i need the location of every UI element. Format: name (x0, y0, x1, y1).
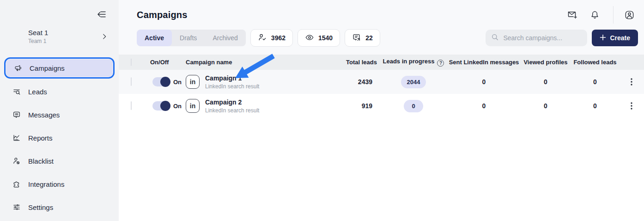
chart-icon (12, 134, 21, 142)
app-window: Seat 1 Team 1 Campaigns (0, 0, 644, 221)
sidebar-item-leads[interactable]: Leads (0, 81, 119, 102)
followed-leads-value: 0 (571, 102, 619, 110)
create-button[interactable]: Create (592, 30, 638, 46)
person-block-icon (12, 157, 21, 165)
viewed-profiles-value: 0 (520, 78, 571, 86)
stat-chip-messages[interactable]: 22 (345, 29, 380, 47)
campaign-name-link[interactable]: Campaign 2 (205, 98, 259, 106)
seat-subtitle: Team 1 (28, 38, 100, 44)
col-followed-leads: Followed leads (571, 59, 619, 66)
header-divider (613, 6, 614, 24)
campaign-type: LinkedIn search result (205, 107, 259, 114)
sent-messages-value: 0 (448, 102, 520, 110)
help-icon[interactable] (437, 60, 444, 67)
stat-value: 3962 (271, 34, 286, 42)
sidebar-nav: Campaigns Leads (0, 57, 119, 217)
col-campaign-name: Campaign name (180, 59, 328, 66)
page-title: Campaigns (137, 10, 188, 20)
seat-selector[interactable]: Seat 1 Team 1 (0, 29, 119, 44)
sidebar-item-label: Blacklist (28, 157, 54, 165)
sidebar-item-label: Integrations (28, 180, 64, 188)
search-input[interactable] (503, 34, 582, 42)
leads-in-progress-badge: 2044 (401, 76, 426, 88)
total-leads-value: 2439 (328, 78, 379, 86)
campaign-tabs: Active Drafts Archived (137, 30, 246, 46)
collapse-sidebar-icon[interactable] (96, 8, 108, 20)
sidebar-item-label: Settings (28, 203, 53, 211)
puzzle-icon (12, 180, 21, 188)
campaign-type: LinkedIn search result (205, 83, 259, 90)
linkedin-icon: in (186, 75, 200, 89)
table-header: On/Off Campaign name Total leads Leads i… (119, 55, 644, 70)
campaign-name-link[interactable]: Campaign 1 (205, 74, 259, 82)
user-circle-icon[interactable] (624, 9, 635, 20)
row-menu-icon[interactable] (619, 101, 644, 110)
stat-chip-leads[interactable]: 3962 (250, 29, 293, 47)
person-check-icon (258, 33, 267, 43)
select-all-checkbox[interactable] (131, 58, 132, 66)
sidebar-item-blacklist[interactable]: Blacklist (0, 151, 119, 171)
annotation-highlight-box: Campaigns (4, 57, 115, 79)
stat-value: 22 (365, 34, 373, 42)
total-leads-value: 919 (328, 102, 379, 110)
stat-value: 1540 (318, 34, 333, 42)
toolbar: Active Drafts Archived 3962 (119, 29, 644, 55)
sidebar-item-label: Leads (28, 88, 47, 96)
sidebar-item-settings[interactable]: Settings (0, 197, 119, 217)
row-checkbox[interactable] (131, 77, 132, 86)
table-row: On in Campaign 2 LinkedIn search result … (119, 94, 644, 118)
col-on-off: On/Off (146, 59, 180, 66)
bell-icon[interactable] (589, 9, 600, 20)
sidebar-item-messages[interactable]: Messages (0, 104, 119, 125)
chevron-right-icon (100, 32, 109, 41)
search-campaigns-box (486, 30, 587, 46)
mail-add-icon[interactable] (567, 9, 578, 20)
col-viewed-profiles: Viewed profiles (520, 59, 571, 66)
followed-leads-value: 0 (571, 78, 619, 86)
sent-messages-value: 0 (448, 78, 520, 86)
stat-chip-views[interactable]: 1540 (298, 29, 340, 47)
row-menu-icon[interactable] (619, 77, 644, 86)
chat-bubble-icon (12, 110, 21, 119)
sidebar-item-reports[interactable]: Reports (0, 128, 119, 148)
search-icon (491, 33, 499, 43)
sidebar-item-campaigns[interactable]: Campaigns (6, 59, 113, 77)
campaign-toggle[interactable] (152, 101, 170, 110)
tab-active[interactable]: Active (137, 30, 172, 46)
table-row: On in Campaign 1 LinkedIn search result … (119, 70, 644, 94)
linkedin-icon: in (186, 99, 200, 113)
sliders-icon (12, 203, 21, 211)
row-checkbox[interactable] (131, 101, 132, 110)
sidebar-item-label: Campaigns (30, 64, 65, 72)
seat-title: Seat 1 (28, 29, 100, 37)
col-leads-in-progress: Leads in progress (379, 58, 448, 67)
col-total-leads: Total leads (328, 59, 379, 66)
sidebar-item-integrations[interactable]: Integrations (0, 174, 119, 194)
create-label: Create (610, 34, 630, 42)
campaign-toggle[interactable] (152, 77, 170, 86)
leads-search-icon (12, 87, 21, 96)
leads-in-progress-badge: 0 (404, 100, 423, 112)
sidebar: Seat 1 Team 1 Campaigns (0, 0, 119, 221)
plus-icon (600, 34, 606, 42)
tab-drafts[interactable]: Drafts (172, 30, 205, 46)
megaphone-icon (14, 64, 22, 72)
main-area: Campaigns (119, 0, 644, 221)
message-sent-icon (352, 33, 361, 43)
col-sent-messages: Sent LinkedIn messages (448, 59, 520, 66)
main-header: Campaigns (119, 0, 644, 55)
tab-archived[interactable]: Archived (205, 30, 245, 46)
sidebar-item-label: Reports (28, 134, 53, 142)
viewed-profiles-value: 0 (520, 102, 571, 110)
sidebar-item-label: Messages (28, 111, 60, 119)
eye-icon (305, 33, 314, 43)
